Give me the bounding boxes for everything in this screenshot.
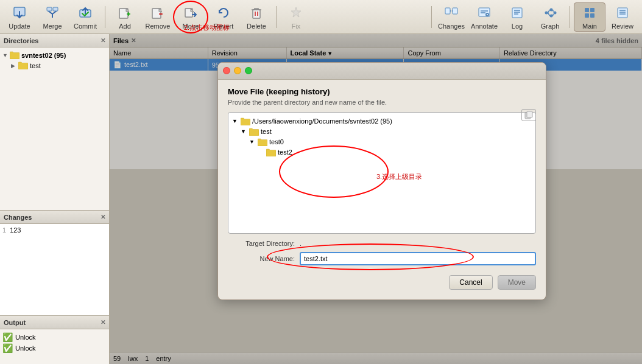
toolbar-separator-4 — [570, 6, 570, 28]
modal-tree-arrow-test: ▼ — [241, 128, 249, 135]
close-traffic-light[interactable] — [223, 67, 230, 74]
modal-tree-test0[interactable]: ▼ test0 — [232, 137, 532, 147]
output-text-0: Unlock — [15, 334, 36, 341]
tree-item-test[interactable]: ▶ test — [2, 60, 107, 71]
modal-folder-icon-root — [241, 117, 250, 125]
svg-rect-1 — [47, 7, 52, 11]
svg-rect-12 — [512, 8, 522, 18]
modal-title: Move File (keeping history) — [228, 87, 536, 96]
output-item-0: ✅ Unlock — [2, 332, 107, 343]
cancel-button[interactable]: Cancel — [449, 275, 492, 290]
modal-tree-test[interactable]: ▼ test — [232, 127, 532, 137]
modal-tree-arrow-test0: ▼ — [249, 139, 258, 145]
annotate-button[interactable]: Annotate — [468, 2, 500, 32]
modal-tree-test2-label: test2 — [278, 149, 292, 156]
move-file-dialog: Move File (keeping history) Provide the … — [217, 62, 546, 300]
tree-arrow-root: ▼ — [2, 52, 10, 58]
right-toolbar: Changes Annotate Log — [429, 2, 638, 32]
main-button[interactable]: Main — [574, 2, 605, 32]
svg-rect-18 — [590, 8, 594, 12]
changes-line-num: 1 — [2, 226, 6, 234]
output-content: ✅ Unlock ✅ Unlock — [0, 329, 109, 364]
modal-overlay: Move File (keeping history) Provide the … — [110, 34, 642, 364]
output-item-1: ✅ Unlock — [2, 343, 107, 354]
modal-body: Move File (keeping history) Provide the … — [218, 80, 546, 299]
directories-header: Directories ✕ — [0, 34, 109, 47]
modal-copy-button[interactable] — [521, 109, 536, 121]
svg-rect-20 — [590, 13, 594, 18]
toolbar-separator-2 — [276, 6, 277, 28]
directories-label: Directories — [4, 37, 38, 44]
modal-tree-test0-label: test0 — [269, 138, 284, 145]
toolbar-separator-3 — [431, 6, 432, 28]
changes-line-content: 123 — [10, 226, 21, 234]
check-icon-0: ✅ — [2, 332, 13, 342]
target-directory-value: . — [300, 240, 536, 247]
add-button[interactable]: Add — [109, 2, 141, 32]
svg-point-15 — [550, 14, 553, 17]
modal-directory-tree[interactable]: ▼ /Users/liaowenxiong/Documents/svntest0… — [228, 112, 536, 234]
review-button[interactable]: Review — [607, 2, 638, 32]
modal-folder-icon-test2 — [266, 149, 276, 156]
revert-button[interactable]: Revert — [208, 2, 239, 32]
move-button[interactable]: Move — [175, 2, 206, 32]
svg-point-14 — [550, 8, 553, 11]
svg-point-16 — [554, 11, 557, 14]
modal-buttons: Cancel Move — [228, 270, 536, 292]
minimize-traffic-light[interactable] — [234, 67, 241, 74]
directories-close[interactable]: ✕ — [101, 37, 105, 44]
svg-point-13 — [545, 11, 548, 14]
svg-rect-17 — [585, 8, 589, 12]
modal-tree-root[interactable]: ▼ /Users/liaowenxiong/Documents/svntest0… — [232, 116, 532, 127]
maximize-traffic-light[interactable] — [245, 67, 252, 74]
changes-header: Changes ✕ — [0, 211, 109, 224]
svg-rect-21 — [618, 8, 627, 18]
new-name-row: New Name: — [228, 252, 536, 265]
tree-label-root: svntest02 (95) — [21, 52, 66, 59]
graph-button[interactable]: Graph — [534, 2, 566, 32]
toolbar: Update Merge Commit — [0, 0, 642, 34]
svg-rect-19 — [585, 13, 589, 18]
modal-tree-arrow-root: ▼ — [232, 118, 241, 124]
move-dialog-button[interactable]: Move — [498, 275, 536, 290]
modal-folder-icon-test0 — [258, 138, 267, 146]
svg-rect-2 — [53, 7, 58, 11]
log-button[interactable]: Log — [501, 2, 533, 32]
check-icon-1: ✅ — [2, 343, 13, 353]
tree-item-root[interactable]: ▼ svntest02 (95) — [2, 50, 107, 60]
new-name-label: New Name: — [228, 255, 295, 262]
changes-button[interactable]: Changes — [436, 2, 467, 32]
modal-titlebar — [218, 63, 546, 80]
svg-rect-9 — [453, 8, 457, 14]
output-close[interactable]: ✕ — [101, 319, 105, 326]
folder-icon-root — [10, 51, 19, 59]
commit-button[interactable]: Commit — [69, 2, 101, 32]
left-panel: Directories ✕ ▼ svntest02 (95) ▶ test — [0, 34, 110, 364]
remove-button[interactable]: Remove — [142, 2, 174, 32]
main-layout: Directories ✕ ▼ svntest02 (95) ▶ test — [0, 34, 642, 364]
toolbar-separator-1 — [105, 6, 105, 28]
output-text-1: Unlock — [15, 345, 36, 352]
modal-tree-root-label: /Users/liaowenxiong/Documents/svntest02 … — [252, 117, 392, 125]
svg-rect-7 — [253, 10, 260, 18]
changes-label: Changes — [4, 214, 32, 221]
delete-button[interactable]: Delete — [241, 2, 272, 32]
output-label: Output — [4, 319, 26, 326]
target-directory-label: Target Directory: — [228, 240, 295, 247]
changes-panel: Changes ✕ 1123 — [0, 211, 109, 315]
changes-content: 1123 — [0, 224, 109, 315]
changes-close[interactable]: ✕ — [101, 214, 105, 220]
output-panel: Output ✕ ✅ Unlock ✅ Unlock — [0, 315, 109, 364]
merge-button[interactable]: Merge — [37, 2, 68, 32]
tree-arrow-test: ▶ — [11, 63, 18, 69]
target-directory-row: Target Directory: . — [228, 240, 536, 247]
output-header: Output ✕ — [0, 316, 109, 329]
modal-tree-test-label: test — [261, 128, 272, 135]
modal-tree-test2[interactable]: test2 — [232, 147, 532, 158]
directories-tree: ▼ svntest02 (95) ▶ test — [0, 47, 109, 210]
tree-label-test: test — [30, 62, 41, 69]
update-button[interactable]: Update — [4, 2, 35, 32]
fix-button[interactable]: Fix — [280, 2, 312, 32]
new-name-input[interactable] — [300, 252, 536, 265]
svg-rect-8 — [445, 8, 450, 14]
